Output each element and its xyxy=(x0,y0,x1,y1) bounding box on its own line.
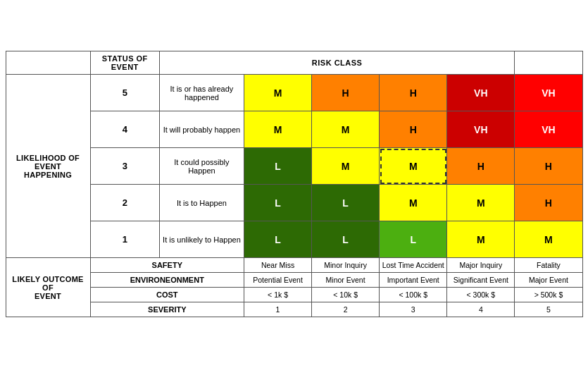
status-cell: It is unlikely to Happen xyxy=(159,221,244,258)
risk-cell: L xyxy=(244,185,311,221)
risk-cell: H xyxy=(515,185,582,221)
row-number: 2 xyxy=(90,185,159,221)
risk-cell: M xyxy=(244,75,311,111)
outcome-label: LIKELY OUTCOME OFEVENT xyxy=(6,258,90,317)
outcome-value: Minor Inquiry xyxy=(312,258,380,273)
empty-header-left xyxy=(6,51,90,75)
risk-cell: M xyxy=(244,111,311,148)
risk-cell: M xyxy=(380,185,447,221)
risk-cell: H xyxy=(380,75,447,111)
outcome-value: Near Miss xyxy=(244,258,311,273)
likelihood-row: 4It will probably happenMMHVHVH xyxy=(6,111,582,148)
outcome-value: 3 xyxy=(380,302,447,317)
status-cell: It is to Happen xyxy=(159,185,244,221)
risk-cell: M xyxy=(447,221,515,258)
risk-cell: H xyxy=(380,111,447,148)
risk-cell: M xyxy=(312,111,380,148)
outcome-value: 5 xyxy=(515,302,582,317)
status-header: STATUS OF EVENT xyxy=(90,51,159,75)
row-number: 3 xyxy=(90,148,159,185)
risk-cell: L xyxy=(312,221,380,258)
risk-cell: VH xyxy=(447,75,515,111)
risk-cell: H xyxy=(447,148,515,185)
status-cell: It will probably happen xyxy=(159,111,244,148)
outcome-value: < 1k $ xyxy=(244,288,311,302)
row-number: 4 xyxy=(90,111,159,148)
risk-cell: M xyxy=(380,148,447,185)
outcome-category-label: COST xyxy=(90,288,244,302)
outcome-value: 1 xyxy=(244,302,311,317)
likelihood-label: LIKELIHOOD OF EVENTHAPPENING xyxy=(6,75,90,258)
outcome-value: Lost Time Accident xyxy=(380,258,447,273)
outcome-value: 2 xyxy=(312,302,380,317)
likelihood-row: 3It could possibly HappenLMMHH xyxy=(6,148,582,185)
outcome-value: Fatality xyxy=(515,258,582,273)
header-row: STATUS OF EVENT RISK CLASS xyxy=(6,51,582,75)
outcome-value: Major Event xyxy=(515,273,582,288)
outcome-category-label: SEVERITY xyxy=(90,302,244,317)
risk-cell: L xyxy=(312,185,380,221)
risk-cell: L xyxy=(244,148,311,185)
outcome-row: LIKELY OUTCOME OFEVENTSAFETYNear MissMin… xyxy=(6,258,582,273)
risk-cell: H xyxy=(312,75,380,111)
outcome-row: ENVIRONEONMENTPotential EventMinor Event… xyxy=(6,273,582,288)
risk-cell: L xyxy=(380,221,447,258)
outcome-category-label: SAFETY xyxy=(90,258,244,273)
risk-cell: H xyxy=(515,148,582,185)
outcome-value: Important Event xyxy=(380,273,447,288)
outcome-value: Major Inquiry xyxy=(447,258,515,273)
status-cell: It is or has already happened xyxy=(159,75,244,111)
risk-cell: VH xyxy=(515,75,582,111)
outcome-category-label: ENVIRONEONMENT xyxy=(90,273,244,288)
risk-matrix-table: STATUS OF EVENT RISK CLASS LIKELIHOOD OF… xyxy=(6,51,583,317)
likelihood-row: 1It is unlikely to HappenLLLMM xyxy=(6,221,582,258)
risk-header: RISK CLASS xyxy=(159,51,514,75)
outcome-row: SEVERITY12345 xyxy=(6,302,582,317)
risk-cell: M xyxy=(447,185,515,221)
risk-cell: VH xyxy=(447,111,515,148)
risk-cell: M xyxy=(312,148,380,185)
status-cell: It could possibly Happen xyxy=(159,148,244,185)
outcome-value: < 100k $ xyxy=(380,288,447,302)
likelihood-row: LIKELIHOOD OF EVENTHAPPENING5It is or ha… xyxy=(6,75,582,111)
outcome-value: Significant Event xyxy=(447,273,515,288)
row-number: 5 xyxy=(90,75,159,111)
risk-cell: VH xyxy=(515,111,582,148)
outcome-value: 4 xyxy=(447,302,515,317)
outcome-value: Minor Event xyxy=(312,273,380,288)
row-number: 1 xyxy=(90,221,159,258)
outcome-value: Potential Event xyxy=(244,273,311,288)
risk-cell: L xyxy=(244,221,311,258)
outcome-value: < 300k $ xyxy=(447,288,515,302)
likelihood-row: 2It is to HappenLLMMH xyxy=(6,185,582,221)
outcome-row: COST< 1k $< 10k $< 100k $< 300k $> 500k … xyxy=(6,288,582,302)
outcome-value: < 10k $ xyxy=(312,288,380,302)
outcome-value: > 500k $ xyxy=(515,288,582,302)
risk-cell: M xyxy=(515,221,582,258)
